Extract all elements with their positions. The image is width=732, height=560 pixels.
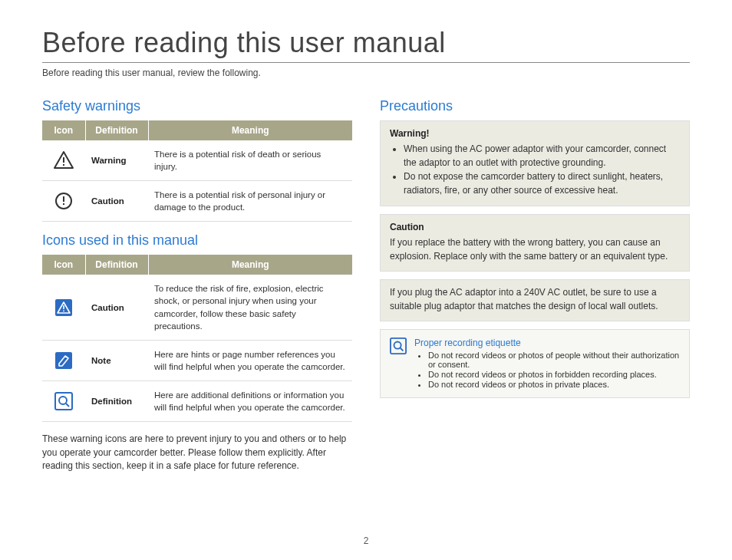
- note-box-text: If you plug the AC adaptor into a 240V A…: [390, 286, 680, 313]
- safety-warnings-table: Icon Definition Meaning Warning The: [42, 120, 352, 222]
- warning-box-title: Warning!: [390, 127, 680, 140]
- th-icon: Icon: [42, 255, 85, 275]
- etiquette-title: Proper recording etiquette: [414, 338, 680, 348]
- warning-box: Warning! When using the AC power adaptor…: [380, 120, 690, 206]
- icons-used-table: Icon Definition Meaning Cautio: [42, 255, 352, 422]
- list-item: When using the AC power adaptor with you…: [404, 143, 680, 170]
- caution-box: Caution If you replace the battery with …: [380, 214, 690, 272]
- definition-cell: Caution: [85, 181, 148, 222]
- icons-used-heading: Icons used in this manual: [42, 232, 352, 249]
- definition-blue-magnifier-icon: [54, 392, 73, 410]
- page-number: 2: [0, 535, 732, 546]
- note-box: If you plug the AC adaptor into a 240V A…: [380, 279, 690, 321]
- svg-rect-3: [63, 196, 64, 202]
- precautions-heading: Precautions: [380, 98, 690, 114]
- svg-rect-12: [391, 338, 406, 354]
- note-blue-icon: [54, 351, 73, 370]
- th-meaning: Meaning: [148, 255, 352, 275]
- caution-circle-icon: [54, 192, 73, 210]
- svg-line-14: [401, 348, 404, 351]
- list-item: Do not record videos or photos of people…: [428, 351, 680, 369]
- table-row: Warning There is a potential risk of dea…: [42, 140, 352, 181]
- left-column: Safety warnings Icon Definition Meaning: [42, 95, 352, 473]
- meaning-cell: Here are additional definitions or infor…: [148, 380, 352, 421]
- etiquette-box: Proper recording etiquette Do not record…: [380, 329, 690, 398]
- meaning-cell: Here are hints or page number references…: [148, 340, 352, 380]
- page-title: Before reading this user manual: [42, 27, 690, 63]
- svg-line-11: [66, 404, 69, 407]
- table-row: Definition Here are additional definitio…: [42, 380, 352, 421]
- meaning-cell: There is a potential risk of death or se…: [148, 140, 352, 181]
- definition-cell: Note: [85, 340, 148, 380]
- svg-point-10: [59, 397, 67, 404]
- svg-rect-1: [63, 164, 64, 166]
- svg-rect-7: [63, 310, 64, 311]
- svg-point-13: [394, 341, 401, 348]
- caution-blue-triangle-icon: [54, 298, 73, 317]
- svg-rect-6: [63, 305, 64, 309]
- table-row: Caution To reduce the risk of fire, expl…: [42, 275, 352, 340]
- th-definition: Definition: [85, 120, 148, 140]
- meaning-cell: There is a potential risk of personal in…: [148, 181, 352, 222]
- definition-blue-magnifier-icon: [390, 338, 407, 354]
- table-row: Caution There is a potential risk of per…: [42, 181, 352, 222]
- safety-warnings-heading: Safety warnings: [42, 98, 352, 114]
- definition-cell: Caution: [85, 275, 148, 340]
- definition-cell: Definition: [85, 380, 148, 421]
- svg-rect-9: [55, 393, 72, 410]
- caution-box-title: Caution: [390, 221, 680, 234]
- svg-rect-4: [63, 203, 64, 205]
- list-item: Do not record videos or photos in privat…: [428, 380, 680, 389]
- caution-box-text: If you replace the battery with the wron…: [390, 236, 680, 263]
- svg-rect-0: [63, 157, 64, 163]
- th-definition: Definition: [85, 255, 148, 275]
- th-icon: Icon: [42, 120, 85, 140]
- warning-triangle-icon: [54, 151, 74, 170]
- definition-cell: Warning: [85, 140, 148, 181]
- list-item: Do not record videos or photos in forbid…: [428, 370, 680, 379]
- table-row: Note Here are hints or page number refer…: [42, 340, 352, 380]
- intro-text: Before reading this user manual, review …: [42, 68, 690, 78]
- th-meaning: Meaning: [148, 120, 352, 140]
- icons-footer-paragraph: These warning icons are here to prevent …: [42, 433, 352, 473]
- meaning-cell: To reduce the risk of fire, explosion, e…: [148, 275, 352, 340]
- svg-rect-8: [55, 352, 72, 369]
- right-column: Precautions Warning! When using the AC p…: [380, 95, 690, 473]
- list-item: Do not expose the camcorder battery to d…: [404, 170, 680, 197]
